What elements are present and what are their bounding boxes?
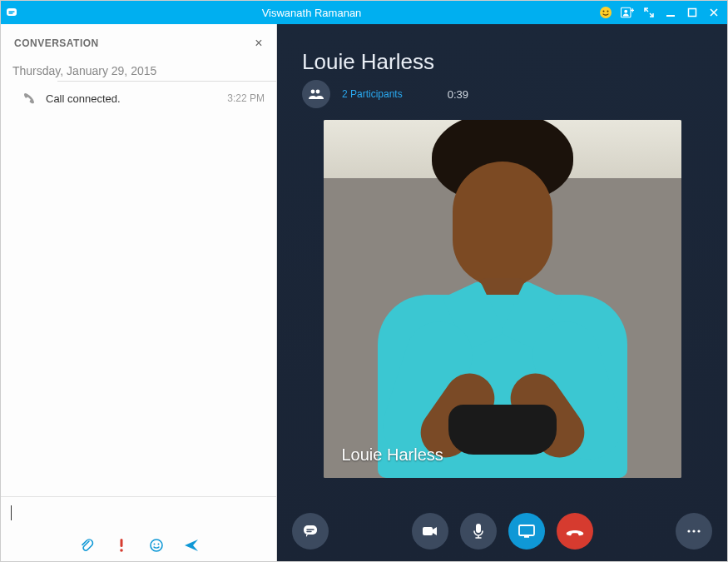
- emoji-icon[interactable]: [599, 6, 612, 19]
- svg-point-20: [687, 530, 690, 532]
- svg-point-14: [316, 90, 320, 94]
- participants-button[interactable]: [302, 80, 330, 108]
- svg-point-10: [151, 540, 162, 551]
- video-frame: Louie Harless: [324, 120, 681, 478]
- conversation-header: CONVERSATION ×: [1, 24, 276, 56]
- mic-button[interactable]: [460, 513, 497, 550]
- svg-rect-16: [423, 527, 433, 535]
- message-time: 3:22 PM: [227, 92, 265, 104]
- call-subheader: 2 Participants 0:39: [302, 80, 727, 108]
- svg-point-5: [624, 10, 627, 13]
- svg-point-2: [603, 11, 605, 12]
- more-button[interactable]: [676, 513, 712, 550]
- attachment-icon[interactable]: [78, 537, 95, 554]
- svg-point-11: [153, 544, 155, 545]
- close-button[interactable]: [707, 6, 721, 19]
- app-body: CONVERSATION × Thursday, January 29, 201…: [1, 24, 727, 561]
- conversation-panel: CONVERSATION × Thursday, January 29, 201…: [1, 24, 277, 561]
- window-controls: [599, 6, 727, 19]
- maximize-button[interactable]: [686, 6, 699, 19]
- hangup-button[interactable]: [557, 513, 593, 550]
- text-cursor: [11, 505, 266, 520]
- call-more-area: [676, 513, 712, 550]
- svg-point-12: [157, 544, 159, 545]
- minimize-button[interactable]: [664, 6, 677, 19]
- svg-point-3: [607, 11, 609, 12]
- svg-rect-8: [120, 539, 122, 547]
- conversation-header-label: CONVERSATION: [14, 37, 99, 49]
- send-icon[interactable]: [183, 537, 200, 554]
- participants-label[interactable]: 2 Participants: [342, 88, 403, 100]
- video-label: Louie Harless: [342, 445, 443, 465]
- window-title: Viswanath Ramanan: [24, 7, 599, 19]
- svg-point-21: [692, 530, 695, 532]
- close-conversation-button[interactable]: ×: [255, 36, 263, 51]
- svg-rect-7: [689, 9, 696, 17]
- peer-name: Louie Harless: [302, 49, 727, 75]
- svg-rect-17: [476, 524, 481, 533]
- message-text: Call connected.: [46, 92, 227, 105]
- phone-icon: [12, 92, 46, 105]
- svg-point-22: [697, 530, 700, 532]
- call-controls: [277, 513, 727, 550]
- title-bar: Viswanath Ramanan: [1, 1, 727, 24]
- app-window: Viswanath Ramanan CONVER: [0, 0, 728, 562]
- add-contact-icon[interactable]: [621, 6, 634, 19]
- video-button[interactable]: [412, 513, 448, 550]
- app-icon: [1, 6, 24, 19]
- message-row: Call connected. 3:22 PM: [1, 82, 276, 108]
- svg-rect-18: [519, 525, 534, 535]
- fullscreen-icon[interactable]: [642, 6, 656, 19]
- compose-toolbar: [1, 533, 276, 561]
- call-duration: 0:39: [448, 88, 468, 101]
- svg-rect-19: [524, 536, 529, 538]
- call-header: Louie Harless 2 Participants 0:39: [277, 24, 727, 108]
- svg-point-13: [311, 90, 315, 94]
- call-panel: Louie Harless 2 Participants 0:39: [277, 24, 727, 561]
- video-scene: [324, 120, 681, 478]
- svg-point-9: [120, 549, 123, 552]
- svg-point-1: [600, 7, 612, 18]
- conversation-spacer: [1, 108, 276, 496]
- present-screen-button[interactable]: [508, 513, 545, 550]
- svg-rect-6: [666, 15, 675, 17]
- emoji-picker-icon[interactable]: [148, 537, 165, 554]
- conversation-date: Thursday, January 29, 2015: [1, 56, 276, 81]
- priority-icon[interactable]: [113, 537, 130, 554]
- message-input[interactable]: [1, 496, 276, 533]
